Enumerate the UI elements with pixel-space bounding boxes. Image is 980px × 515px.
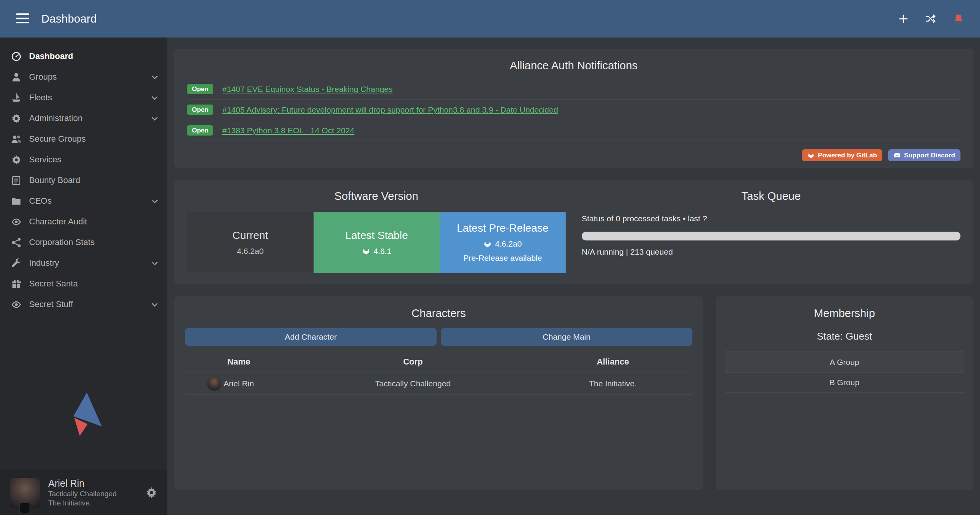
task-queue-status: Status of 0 processed tasks • last ? <box>582 214 960 223</box>
sidebar-item-services[interactable]: Services <box>0 149 167 170</box>
notifications-title: Alliance Auth Notifications <box>187 59 960 72</box>
characters-table: Name Corp Alliance Ariel Rin Tactically … <box>185 351 692 395</box>
sidebar-item-label: Secret Stuff <box>29 299 73 309</box>
notification-link[interactable]: #1383 Python 3.8 EOL - 14 Oct 2024 <box>222 126 354 135</box>
gear-icon <box>11 155 21 165</box>
sidebar-item-bounty-board[interactable]: Bounty Board <box>0 170 167 191</box>
status-badge: Open <box>187 84 213 94</box>
chevron-down-icon <box>151 197 159 205</box>
sidebar-item-character-audit[interactable]: Character Audit <box>0 211 167 232</box>
sidebar-item-label: Services <box>29 155 61 165</box>
sidebar-item-corporation-stats[interactable]: Corporation Stats <box>0 232 167 253</box>
avatar-corp-badge <box>20 503 30 513</box>
discord-icon <box>893 152 901 159</box>
gitlab-icon <box>362 247 370 255</box>
alliance-logo <box>0 392 167 470</box>
notification-link[interactable]: #1405 Advisory: Future development will … <box>222 105 558 114</box>
gitlab-icon <box>807 152 815 159</box>
notification-row: Open #1405 Advisory: Future development … <box>187 100 960 120</box>
sidebar-item-label: Administration <box>29 113 82 123</box>
navbar-actions <box>898 13 964 24</box>
change-main-button[interactable]: Change Main <box>441 328 692 346</box>
character-corp-cell: Tactically Challenged <box>293 373 533 395</box>
top-navbar: Dashboard <box>0 0 980 38</box>
notifications-panel: Alliance Auth Notifications Open #1407 E… <box>174 49 973 168</box>
menu-icon[interactable] <box>16 13 29 24</box>
sidebar-item-label: Bounty Board <box>29 175 80 185</box>
shuffle-icon[interactable] <box>926 13 936 24</box>
task-queue-title: Task Queue <box>582 190 960 203</box>
software-version-title: Software Version <box>187 190 566 203</box>
settings-gear-icon[interactable] <box>146 487 157 499</box>
main-content: Alliance Auth Notifications Open #1407 E… <box>167 38 980 515</box>
notification-row: Open #1407 EVE Equinox Status - Breaking… <box>187 79 960 100</box>
version-label: Latest Stable <box>345 229 408 242</box>
version-number: 4.6.2a0 <box>483 239 522 249</box>
character-name-cell: Ariel Rin <box>185 373 293 395</box>
ship-icon <box>11 93 21 103</box>
characters-title: Characters <box>185 307 692 320</box>
chevron-down-icon <box>151 114 159 123</box>
version-taskqueue-panel: Software Version Current 4.6.2a0 Latest … <box>174 180 973 284</box>
chevron-down-icon <box>151 93 159 102</box>
version-current-box: Current 4.6.2a0 <box>187 212 314 273</box>
wrench-icon <box>11 258 21 268</box>
character-alliance-cell: The Initiative. <box>533 373 692 395</box>
membership-title: Membership <box>725 307 964 320</box>
sidebar-item-dashboard[interactable]: Dashboard <box>0 46 167 67</box>
sidebar-item-ceos[interactable]: CEOs <box>0 191 167 211</box>
gauge-icon <box>11 51 21 62</box>
user-icon <box>11 72 21 82</box>
status-badge: Open <box>187 125 213 136</box>
sidebar-item-fleets[interactable]: Fleets <box>0 87 167 108</box>
sidebar-item-label: Dashboard <box>29 51 73 61</box>
sidebar-item-label: Industry <box>29 258 59 268</box>
powered-by-gitlab-badge[interactable]: Powered by GitLab <box>802 149 882 161</box>
notification-link[interactable]: #1407 EVE Equinox Status - Breaking Chan… <box>222 85 393 94</box>
list-item: A Group <box>725 352 964 372</box>
sidebar-item-groups[interactable]: Groups <box>0 67 167 87</box>
version-number: 4.6.2a0 <box>237 247 263 256</box>
version-number: 4.6.1 <box>362 247 391 256</box>
page-title: Dashboard <box>41 13 97 25</box>
notification-row: Open #1383 Python 3.8 EOL - 14 Oct 2024 <box>187 120 960 141</box>
chevron-down-icon <box>151 73 159 81</box>
sidebar-user-panel: Ariel Rin Tactically Challenged The Init… <box>0 470 167 515</box>
table-row: Ariel Rin Tactically Challenged The Init… <box>185 373 692 395</box>
sidebar-item-label: Secure Groups <box>29 134 86 144</box>
user-name: Ariel Rin <box>48 477 117 489</box>
gear-icon <box>11 113 21 124</box>
characters-panel: Characters Add Character Change Main Nam… <box>174 296 703 490</box>
membership-state: State: Guest <box>725 330 964 342</box>
character-portrait <box>207 377 221 391</box>
sidebar-nav: Dashboard Groups Fleets Ad <box>0 38 167 315</box>
column-header-name: Name <box>185 351 293 373</box>
board-icon <box>11 175 21 186</box>
version-stable-box: Latest Stable 4.6.1 <box>314 212 440 273</box>
add-icon[interactable] <box>898 13 909 24</box>
sidebar-item-label: CEOs <box>29 196 52 206</box>
sidebar-item-secret-santa[interactable]: Secret Santa <box>0 273 167 294</box>
sidebar-item-secret-stuff[interactable]: Secret Stuff <box>0 294 167 315</box>
group-list: A Group B Group <box>725 352 964 393</box>
version-prerelease-box: Latest Pre-Release 4.6.2a0 Pre-Release a… <box>440 212 566 273</box>
list-item: B Group <box>725 372 964 393</box>
support-discord-badge[interactable]: Support Discord <box>888 149 960 161</box>
user-corp: Tactically Challenged <box>48 489 117 499</box>
user-alliance: The Initiative. <box>48 499 117 508</box>
sidebar-item-industry[interactable]: Industry <box>0 253 167 273</box>
sidebar-item-administration[interactable]: Administration <box>0 108 167 129</box>
bell-icon[interactable] <box>953 13 964 24</box>
add-character-button[interactable]: Add Character <box>185 328 437 346</box>
membership-panel: Membership State: Guest A Group B Group <box>716 296 973 490</box>
task-queue-counts: N/A running | 213 queued <box>582 247 960 257</box>
share-icon <box>11 237 21 248</box>
eye-icon <box>11 299 21 310</box>
eye-icon <box>11 217 21 227</box>
sidebar-item-label: Secret Santa <box>29 279 78 289</box>
folder-icon <box>11 196 21 206</box>
prerelease-note: Pre-Release available <box>463 253 542 263</box>
version-label: Current <box>232 229 268 242</box>
sidebar-item-secure-groups[interactable]: Secure Groups <box>0 129 167 149</box>
gift-icon <box>11 279 21 289</box>
